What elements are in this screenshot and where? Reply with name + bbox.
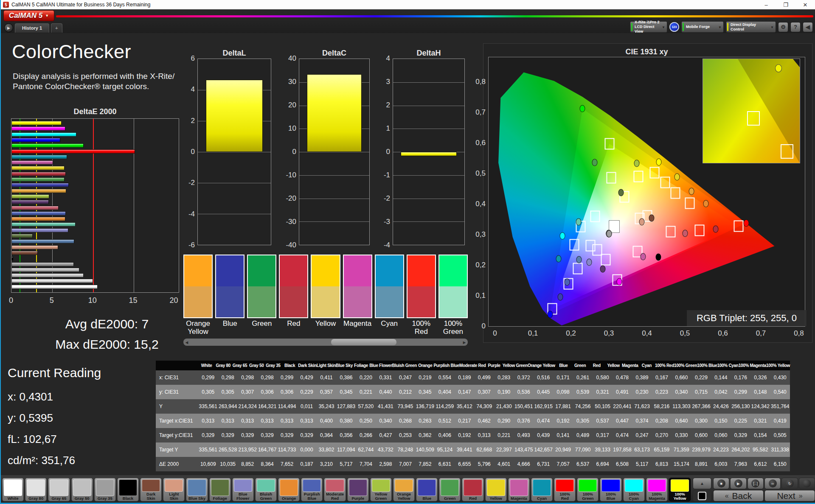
tab-history-1[interactable]: History 1 [15,23,49,33]
deltae-bar-row [11,172,66,176]
deltae2000-bar-chart [11,118,179,293]
stop-patch-button[interactable] [693,490,711,501]
deltaH-gridline [393,82,464,83]
patch-button-red[interactable]: Red [462,478,483,501]
next-button[interactable]: Next » [764,490,815,501]
table-cell: 0,364 [317,432,336,438]
patch-button-100-green[interactable]: 100% Green [577,478,599,501]
patch-button-dark-skin[interactable]: Dark Skin [140,478,162,501]
table-cell: 0,261 [573,375,593,381]
table-column-header: Cyan [638,363,655,368]
patch-button-purplish-blue[interactable]: Purplish Blue [301,478,323,501]
patch-button-foliage[interactable]: Foliage [209,478,231,501]
back-button[interactable]: « Back [713,490,764,501]
table-cell: 0,307 [238,389,257,395]
meter-123-badge[interactable]: 123 [669,22,679,32]
patch-button-moderate-red[interactable]: Moderate Red [324,478,346,501]
patch-button-blue-flower[interactable]: Blue Flower [232,478,254,501]
collapse-panel-button[interactable]: ◀ [803,22,813,32]
table-cell: 142,657 [534,447,553,453]
patch-button-gray-65[interactable]: Gray 65 [48,478,70,501]
record-button[interactable] [799,478,815,489]
patch-button-gray-80[interactable]: Gray 80 [25,478,47,501]
table-cell: 0,307 [475,389,494,395]
patch-button-blue-sky[interactable]: Blue Sky [186,478,208,501]
table-cell: 0,362 [415,432,435,438]
patch-button-100-magenta[interactable]: 100% Magenta [646,478,668,501]
patch-button-gray-50[interactable]: Gray 50 [71,478,93,501]
cie-measured-dot [656,159,661,166]
meter-dropdown[interactable]: X-Rite i1Pro 2LCD Direct View ▼ [630,21,667,33]
table-cell: 71,359 [672,447,691,453]
refresh-button[interactable]: ↻ [781,478,798,489]
patch-button-bluish-green[interactable]: Bluish Green [255,478,277,501]
patch-button-green[interactable]: Green [439,478,461,501]
cie-measured-dot [674,174,680,181]
patch-swatch [73,479,91,496]
patch-swatch [533,479,551,496]
table-cell: 0,345 [415,389,435,395]
patch-button-100-red[interactable]: 100% Red [554,478,576,501]
add-tab-button[interactable]: + [51,23,62,33]
table-cell: 0,299 [731,389,750,395]
nav-arrow-button[interactable]: ▶ [4,23,13,32]
patch-button-orange[interactable]: Orange [278,478,300,501]
patch-button-100-cyan[interactable]: 100% Cyan [623,478,645,501]
transport-controls: ■▶[‥]∞↻ [713,478,815,489]
scroll-left-icon[interactable]: ◄ [183,340,190,345]
patch-button-blue[interactable]: Blue [416,478,438,501]
chevron-down-icon: ▼ [662,25,665,30]
patch-scrollbar[interactable]: ◄ ► [183,339,468,346]
table-row: x: CIE310,2990,2980,2980,2980,2990,4290,… [156,370,790,385]
expand-up-button[interactable]: ▲ [693,478,711,489]
patch-button-light-skin[interactable]: Light Skin [163,478,185,501]
table-cell: 0,411 [317,375,336,381]
patch-button-cyan[interactable]: Cyan [531,478,553,501]
table-cell: 65,159 [652,447,672,453]
play-button[interactable]: ▶ [730,478,746,489]
calman-logo-menu[interactable]: CalMAN 5 ▼ [3,10,54,21]
cie-y-tick-label: 0,1 [471,291,486,300]
patch-swatch [4,479,22,496]
table-cell: 136,719 [415,403,435,409]
table-cell: 0,189 [455,375,474,381]
scroll-right-icon[interactable]: ► [461,340,468,345]
close-button[interactable]: ✕ [795,0,815,9]
target-color-swatch [184,255,212,286]
minimize-button[interactable]: – [756,0,776,9]
stop-button[interactable]: ■ [713,478,729,489]
cie-measured-dot [556,255,562,263]
table-cell: 267,366 [691,403,711,409]
deltae-bar [11,172,66,176]
measured-color-swatch [312,286,339,317]
display-control-dropdown[interactable]: Direct Display Control ▼ [726,21,776,33]
max-de2000-stat: Max dE2000: 15,2 [1,337,213,352]
patch-button-yellow-green[interactable]: Yellow Green [370,478,392,501]
patch-button-magenta[interactable]: Magenta [508,478,530,501]
patch-button-yellow[interactable]: Yellow [485,478,507,501]
patch-button-orange-yellow[interactable]: Orange Yellow [393,478,415,501]
settings-gear-button[interactable]: ⚙ [778,22,788,32]
patch-button-100-blue[interactable]: 100% Blue [600,478,621,501]
maximize-button[interactable]: ❐ [776,0,795,9]
loop-button[interactable]: ∞ [764,478,781,489]
help-button[interactable]: ? [790,22,801,32]
step-button[interactable]: [‥] [748,478,764,489]
deltae-bar [11,126,65,131]
patch-button-white[interactable]: White [2,478,24,501]
patch-compare-item: Blue [215,255,244,336]
patch-button-black[interactable]: Black [117,478,139,501]
deltaC-gridline [299,221,369,222]
deltae-bar-row [11,166,65,170]
table-cell: 0,386 [336,375,356,381]
table-cell: 0,229 [297,389,316,395]
patch-swatch [234,479,252,492]
patch-button-purple[interactable]: Purple [347,478,369,501]
patch-button-100-yellow[interactable]: 100% Yellow [669,478,691,501]
source-dropdown[interactable]: Mobile Forge ▼ [681,21,724,33]
window-controls: – ❐ ✕ [756,0,815,9]
scrollbar-thumb[interactable] [331,339,396,345]
patch-button-gray-35[interactable]: Gray 35 [94,478,116,501]
table-cell: 0,340 [672,389,691,395]
deltae-bar-row [11,183,69,187]
